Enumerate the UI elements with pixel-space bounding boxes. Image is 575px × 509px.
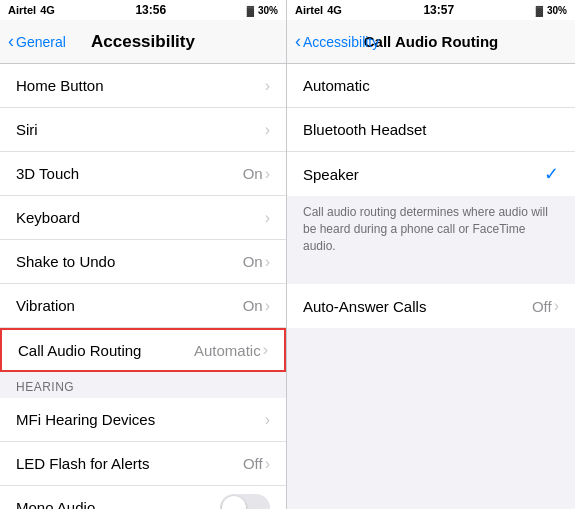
right-status-right: ▓ 30% xyxy=(536,5,567,16)
left-status-carrier: Airtel 4G xyxy=(8,4,55,16)
home-button-label: Home Button xyxy=(16,77,104,94)
vibration-value: On › xyxy=(243,297,270,315)
list-item-siri[interactable]: Siri › xyxy=(0,108,286,152)
left-nav-back[interactable]: ‹ General xyxy=(8,31,66,52)
option-speaker[interactable]: Speaker ✓ xyxy=(287,152,575,196)
battery-text: 30% xyxy=(258,5,278,16)
right-battery-text: 30% xyxy=(547,5,567,16)
auto-answer-value-text: Off xyxy=(532,298,552,315)
led-flash-chevron: › xyxy=(265,455,270,473)
right-back-chevron-icon: ‹ xyxy=(295,31,301,52)
shake-undo-label: Shake to Undo xyxy=(16,253,115,270)
right-status-carrier: Airtel 4G xyxy=(295,4,342,16)
mono-audio-label: Mono Audio xyxy=(16,499,95,509)
carrier-text: Airtel xyxy=(8,4,36,16)
right-nav-back[interactable]: ‹ Accessibility xyxy=(295,31,379,52)
main-settings-group: Home Button › Siri › 3D Touch On › Keybo xyxy=(0,64,286,372)
call-audio-value-text: Automatic xyxy=(194,342,261,359)
3d-touch-value: On › xyxy=(243,165,270,183)
list-item-mfi-hearing[interactable]: MFi Hearing Devices › xyxy=(0,398,286,442)
call-audio-value: Automatic › xyxy=(194,341,268,359)
list-item-vibration[interactable]: Vibration On › xyxy=(0,284,286,328)
back-chevron-icon: ‹ xyxy=(8,31,14,52)
call-audio-chevron: › xyxy=(263,341,268,359)
auto-answer-chevron: › xyxy=(554,297,559,315)
right-nav-title: Call Audio Routing xyxy=(364,33,498,50)
home-button-chevron: › xyxy=(265,77,270,95)
left-nav-bar: ‹ General Accessibility xyxy=(0,20,286,64)
led-flash-value: Off › xyxy=(243,455,270,473)
hearing-settings-group: MFi Hearing Devices › LED Flash for Aler… xyxy=(0,398,286,509)
separator xyxy=(287,264,575,284)
bluetooth-label: Bluetooth Headset xyxy=(303,121,426,138)
left-panel: Airtel 4G 13:56 ▓ 30% ‹ General Accessib… xyxy=(0,0,287,509)
list-item-call-audio[interactable]: Call Audio Routing Automatic › xyxy=(0,328,286,372)
list-item-led-flash[interactable]: LED Flash for Alerts Off › xyxy=(0,442,286,486)
mono-audio-toggle[interactable] xyxy=(220,494,270,510)
mfi-hearing-chevron: › xyxy=(265,411,270,429)
option-bluetooth[interactable]: Bluetooth Headset xyxy=(287,108,575,152)
keyboard-chevron: › xyxy=(265,209,270,227)
auto-answer-label: Auto-Answer Calls xyxy=(303,298,426,315)
vibration-chevron: › xyxy=(265,297,270,315)
right-nav-bar: ‹ Accessibility Call Audio Routing xyxy=(287,20,575,64)
auto-answer-group: Auto-Answer Calls Off › xyxy=(287,284,575,328)
routing-options-group: Automatic Bluetooth Headset Speaker ✓ xyxy=(287,64,575,196)
right-battery-icon: ▓ xyxy=(536,5,543,16)
right-back-label[interactable]: Accessibility xyxy=(303,34,379,50)
led-flash-label: LED Flash for Alerts xyxy=(16,455,149,472)
speaker-checkmark: ✓ xyxy=(544,163,559,185)
left-status-time: 13:56 xyxy=(135,3,166,17)
option-automatic[interactable]: Automatic xyxy=(287,64,575,108)
hearing-section-header: HEARING xyxy=(0,372,286,398)
3d-touch-value-text: On xyxy=(243,165,263,182)
back-label[interactable]: General xyxy=(16,34,66,50)
routing-description: Call audio routing determines where audi… xyxy=(287,196,575,264)
keyboard-value: › xyxy=(265,209,270,227)
shake-undo-value-text: On xyxy=(243,253,263,270)
keyboard-label: Keyboard xyxy=(16,209,80,226)
battery-icon: ▓ xyxy=(247,5,254,16)
left-status-right: ▓ 30% xyxy=(247,5,278,16)
left-settings-list: Home Button › Siri › 3D Touch On › Keybo xyxy=(0,64,286,509)
home-button-value: › xyxy=(265,77,270,95)
list-item-home-button[interactable]: Home Button › xyxy=(0,64,286,108)
right-status-bar: Airtel 4G 13:57 ▓ 30% xyxy=(287,0,575,20)
shake-undo-chevron: › xyxy=(265,253,270,271)
list-item-keyboard[interactable]: Keyboard › xyxy=(0,196,286,240)
siri-chevron: › xyxy=(265,121,270,139)
mono-audio-toggle-thumb xyxy=(222,496,246,510)
3d-touch-label: 3D Touch xyxy=(16,165,79,182)
vibration-value-text: On xyxy=(243,297,263,314)
list-item-shake-undo[interactable]: Shake to Undo On › xyxy=(0,240,286,284)
3d-touch-chevron: › xyxy=(265,165,270,183)
auto-answer-item[interactable]: Auto-Answer Calls Off › xyxy=(287,284,575,328)
left-nav-title: Accessibility xyxy=(91,32,195,52)
right-status-time: 13:57 xyxy=(423,3,454,17)
speaker-label: Speaker xyxy=(303,166,359,183)
network-text: 4G xyxy=(40,4,55,16)
mfi-hearing-label: MFi Hearing Devices xyxy=(16,411,155,428)
list-item-3d-touch[interactable]: 3D Touch On › xyxy=(0,152,286,196)
auto-answer-value: Off › xyxy=(532,297,559,315)
right-panel: Airtel 4G 13:57 ▓ 30% ‹ Accessibility Ca… xyxy=(287,0,575,509)
call-audio-label: Call Audio Routing xyxy=(18,342,141,359)
list-item-mono-audio[interactable]: Mono Audio xyxy=(0,486,286,509)
siri-label: Siri xyxy=(16,121,38,138)
mfi-hearing-value: › xyxy=(265,411,270,429)
shake-undo-value: On › xyxy=(243,253,270,271)
vibration-label: Vibration xyxy=(16,297,75,314)
right-carrier-text: Airtel xyxy=(295,4,323,16)
left-status-bar: Airtel 4G 13:56 ▓ 30% xyxy=(0,0,286,20)
automatic-label: Automatic xyxy=(303,77,370,94)
right-network-text: 4G xyxy=(327,4,342,16)
led-flash-value-text: Off xyxy=(243,455,263,472)
siri-value: › xyxy=(265,121,270,139)
right-settings-list: Automatic Bluetooth Headset Speaker ✓ Ca… xyxy=(287,64,575,509)
